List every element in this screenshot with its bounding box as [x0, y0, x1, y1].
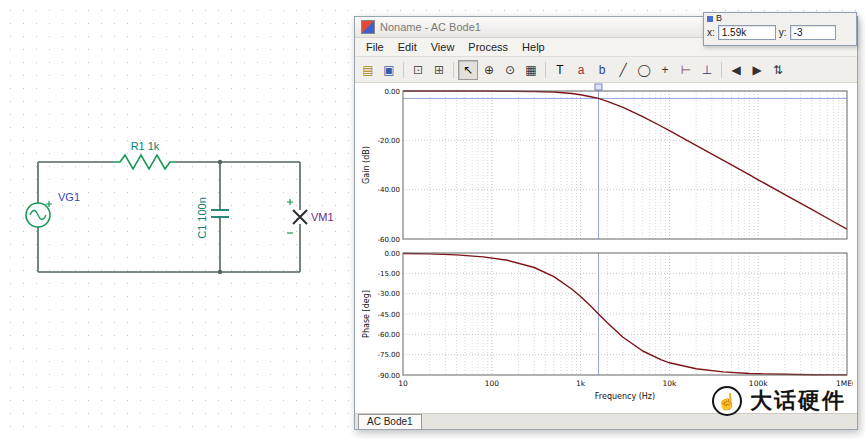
y-axis-title: Gain (dB): [362, 146, 371, 184]
spin-control-icon[interactable]: ⇅: [768, 60, 788, 80]
gain-bode-plot: 0.00-20.00-40.00-60.00Gain (dB): [362, 84, 847, 244]
copy-icon[interactable]: ⊡: [408, 60, 428, 80]
meter-x-icon: [293, 210, 307, 224]
capacitor-label[interactable]: C1 100n: [196, 197, 208, 239]
capacitor-symbol[interactable]: [211, 210, 229, 217]
text-tool-icon[interactable]: T: [550, 60, 570, 80]
gain-curve: [403, 91, 847, 229]
cursor-a-tool-icon[interactable]: a: [571, 60, 591, 80]
prev-curve-icon[interactable]: ◀: [726, 60, 746, 80]
toolbar-separator: [403, 62, 404, 78]
plot-area: 0.00-20.00-40.00-60.00Gain (dB)0.00-15.0…: [355, 83, 857, 413]
y-tick-label: -60.00: [377, 331, 400, 339]
menu-process[interactable]: Process: [461, 40, 515, 54]
bode-window: Noname - AC Bode1 File Edit View Process…: [354, 16, 858, 430]
axis-x-tool-icon[interactable]: ⊢: [676, 60, 696, 80]
circuit-schematic[interactable]: R1 1k VG1 C1 100n VM1: [0, 0, 360, 439]
window-title: Noname - AC Bode1: [380, 21, 481, 33]
select-cursor-icon[interactable]: ↖: [458, 60, 478, 80]
phase-bode-plot: 0.00-15.00-30.00-45.00-60.00-75.00-90.00…: [362, 250, 853, 402]
toolbar: ▤▣⊡⊞↖⊕⊙▦Tab╱◯+⊢⊥◀▶⇅: [355, 57, 857, 83]
x-tick-label: 1k: [576, 379, 586, 388]
meter-label[interactable]: VM1: [311, 211, 334, 223]
menu-file[interactable]: File: [359, 40, 391, 54]
x-tick-label: 10k: [662, 379, 677, 388]
watermark-text: 大话硬件: [750, 386, 846, 416]
axis-y-tool-icon[interactable]: ⊥: [697, 60, 717, 80]
pointing-hand-icon: ☝: [712, 386, 742, 416]
y-tick-label: -20.00: [377, 137, 400, 145]
menu-view[interactable]: View: [424, 40, 462, 54]
toolbar-separator: [721, 62, 722, 78]
cursor-readout-panel[interactable]: B x: 1.59k y: -3: [703, 12, 857, 46]
y-tick-label: -15.00: [377, 270, 400, 278]
plus-mark: [287, 199, 293, 205]
cross-tool-icon[interactable]: +: [655, 60, 675, 80]
x-tick-label: 100: [485, 379, 500, 388]
cursor-panel-title-text: B: [716, 13, 722, 24]
y-tick-label: -75.00: [377, 351, 400, 359]
bode-charts[interactable]: 0.00-20.00-40.00-60.00Gain (dB)0.00-15.0…: [357, 83, 853, 409]
wires: [38, 162, 300, 272]
ellipse-tool-icon[interactable]: ◯: [634, 60, 654, 80]
save-file-icon[interactable]: ▣: [379, 60, 399, 80]
y-tick-label: -40.00: [377, 186, 400, 194]
menu-help[interactable]: Help: [515, 40, 552, 54]
app-icon: [361, 20, 375, 34]
y-tick-label: 0.00: [384, 250, 400, 258]
tab-ac-bode1[interactable]: AC Bode1: [358, 414, 422, 429]
resistor-symbol[interactable]: [114, 155, 176, 169]
desktop: R1 1k VG1 C1 100n VM1 Noname - AC Bode1 …: [0, 0, 865, 439]
cursor-b-icon: [707, 16, 713, 22]
cursor-y-label: y:: [779, 27, 787, 38]
cursor-y-field[interactable]: -3: [790, 25, 836, 40]
line-tool-icon[interactable]: ╱: [613, 60, 633, 80]
grid-toggle-icon[interactable]: ▦: [521, 60, 541, 80]
watermark: ☝ 大话硬件: [712, 386, 846, 416]
open-file-icon[interactable]: ▤: [358, 60, 378, 80]
x-tick-label: 10: [398, 379, 408, 388]
y-tick-label: 0.00: [384, 88, 400, 96]
next-curve-icon[interactable]: ▶: [747, 60, 767, 80]
zoom-in-icon[interactable]: ⊕: [479, 60, 499, 80]
source-label[interactable]: VG1: [58, 191, 80, 203]
toolbar-separator: [453, 62, 454, 78]
junction-dot: [218, 160, 222, 164]
paste-icon[interactable]: ⊞: [429, 60, 449, 80]
y-tick-label: -45.00: [377, 311, 400, 319]
junction-dot: [218, 270, 222, 274]
cursor-x-label: x:: [707, 27, 715, 38]
cursor-panel-title: B: [704, 13, 856, 24]
zoom-window-icon[interactable]: ⊙: [500, 60, 520, 80]
resistor-label[interactable]: R1 1k: [131, 140, 160, 152]
toolbar-separator: [545, 62, 546, 78]
cursor-handle[interactable]: [595, 84, 602, 90]
y-tick-label: -30.00: [377, 290, 400, 298]
cursor-b-tool-icon[interactable]: b: [592, 60, 612, 80]
y-tick-label: -60.00: [377, 236, 400, 244]
voltmeter-symbol[interactable]: [287, 199, 307, 233]
cursor-x-field[interactable]: 1.59k: [718, 25, 776, 40]
menu-edit[interactable]: Edit: [391, 40, 424, 54]
cursor-panel-fields: x: 1.59k y: -3: [704, 24, 856, 41]
plot-frame: [403, 91, 847, 239]
x-axis-title: Frequency (Hz): [595, 392, 655, 401]
y-axis-title: Phase [deg]: [362, 290, 371, 338]
voltage-generator-symbol[interactable]: [26, 201, 52, 227]
y-tick-label: -90.00: [377, 372, 400, 380]
